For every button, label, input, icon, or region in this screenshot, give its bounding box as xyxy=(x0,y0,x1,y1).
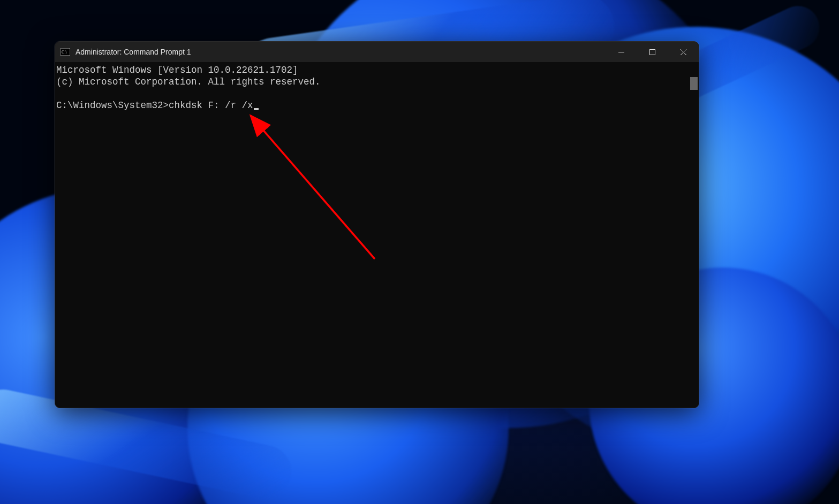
cmd-icon: C:\ xyxy=(61,48,70,56)
close-button[interactable] xyxy=(668,42,699,62)
cursor xyxy=(254,108,259,110)
window-titlebar[interactable]: C:\ Administrator: Command Prompt 1 xyxy=(55,42,699,62)
terminal-output: Microsoft Windows [Version 10.0.22621.17… xyxy=(56,64,694,111)
terminal-line-version: Microsoft Windows [Version 10.0.22621.17… xyxy=(56,65,298,75)
terminal-line-copyright: (c) Microsoft Corporation. All rights re… xyxy=(56,77,321,87)
terminal-prompt: C:\Windows\System32> xyxy=(56,100,169,111)
maximize-button[interactable] xyxy=(637,42,668,62)
window-controls xyxy=(606,42,699,62)
terminal-command: chkdsk F: /r /x xyxy=(169,100,253,111)
svg-rect-3 xyxy=(649,49,655,55)
command-prompt-window[interactable]: C:\ Administrator: Command Prompt 1 Micr… xyxy=(55,41,699,408)
terminal-body[interactable]: Microsoft Windows [Version 10.0.22621.17… xyxy=(55,62,699,408)
svg-text:C:\: C:\ xyxy=(62,50,67,55)
window-title: Administrator: Command Prompt 1 xyxy=(75,48,191,56)
minimize-button[interactable] xyxy=(606,42,637,62)
scrollbar-thumb[interactable] xyxy=(690,77,698,90)
